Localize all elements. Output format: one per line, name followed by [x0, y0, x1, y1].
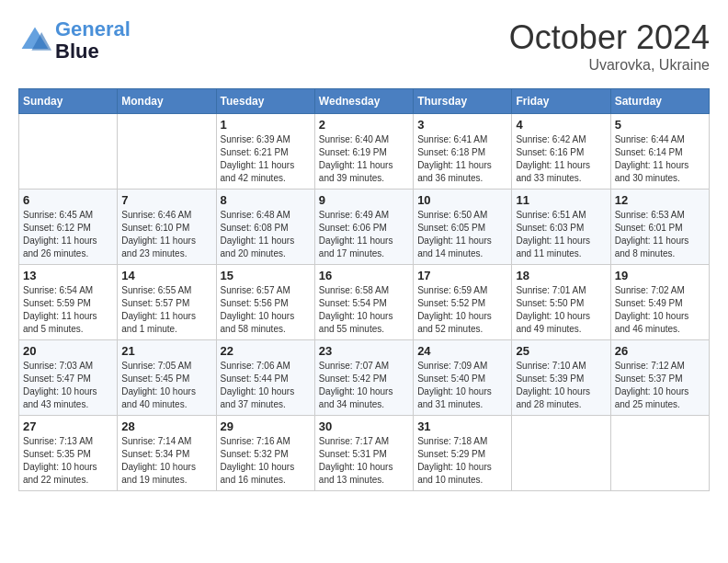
calendar-cell: 1Sunrise: 6:39 AMSunset: 6:21 PMDaylight…	[216, 114, 314, 190]
day-info: Sunrise: 6:41 AMSunset: 6:18 PMDaylight:…	[417, 133, 507, 185]
calendar-week-row: 6Sunrise: 6:45 AMSunset: 6:12 PMDaylight…	[19, 190, 710, 265]
day-info: Sunrise: 7:03 AMSunset: 5:47 PMDaylight:…	[23, 360, 113, 411]
calendar-cell: 15Sunrise: 6:57 AMSunset: 5:56 PMDayligh…	[216, 265, 314, 340]
day-number: 13	[23, 269, 113, 282]
day-number: 10	[417, 193, 507, 207]
day-info: Sunrise: 6:40 AMSunset: 6:19 PMDaylight:…	[319, 133, 409, 185]
calendar-cell: 17Sunrise: 6:59 AMSunset: 5:52 PMDayligh…	[414, 265, 512, 340]
day-info: Sunrise: 6:49 AMSunset: 6:06 PMDaylight:…	[319, 209, 409, 260]
day-number: 28	[121, 419, 211, 433]
weekday-header: Sunday	[19, 89, 118, 114]
calendar-cell: 13Sunrise: 6:54 AMSunset: 5:59 PMDayligh…	[19, 265, 118, 340]
day-number: 20	[23, 344, 113, 358]
weekday-header: Monday	[118, 89, 216, 114]
day-number: 9	[319, 193, 409, 207]
logo: General Blue	[18, 18, 131, 63]
calendar-cell: 20Sunrise: 7:03 AMSunset: 5:47 PMDayligh…	[19, 340, 118, 416]
calendar-week-row: 13Sunrise: 6:54 AMSunset: 5:59 PMDayligh…	[19, 265, 710, 340]
calendar-cell: 9Sunrise: 6:49 AMSunset: 6:06 PMDaylight…	[314, 190, 413, 265]
calendar-cell: 27Sunrise: 7:13 AMSunset: 5:35 PMDayligh…	[19, 416, 118, 491]
day-number: 29	[221, 419, 311, 433]
calendar-cell: 5Sunrise: 6:44 AMSunset: 6:14 PMDaylight…	[610, 114, 709, 190]
calendar-cell: 11Sunrise: 6:51 AMSunset: 6:03 PMDayligh…	[512, 190, 610, 265]
calendar-cell: 26Sunrise: 7:12 AMSunset: 5:37 PMDayligh…	[610, 340, 709, 416]
calendar-cell: 3Sunrise: 6:41 AMSunset: 6:18 PMDaylight…	[414, 114, 512, 190]
day-info: Sunrise: 7:07 AMSunset: 5:42 PMDaylight:…	[319, 360, 409, 411]
weekday-header: Wednesday	[314, 89, 413, 114]
day-number: 21	[121, 344, 211, 358]
day-info: Sunrise: 6:54 AMSunset: 5:59 PMDaylight:…	[23, 284, 113, 336]
logo-icon	[18, 24, 51, 57]
day-number: 8	[221, 193, 311, 207]
logo-text: General Blue	[55, 18, 131, 63]
calendar-cell: 31Sunrise: 7:18 AMSunset: 5:29 PMDayligh…	[414, 416, 512, 491]
calendar-table: SundayMondayTuesdayWednesdayThursdayFrid…	[18, 88, 710, 491]
day-number: 26	[615, 344, 705, 358]
day-number: 2	[319, 118, 409, 132]
calendar-cell: 14Sunrise: 6:55 AMSunset: 5:57 PMDayligh…	[118, 265, 216, 340]
month-title: October 2024	[509, 18, 710, 57]
calendar-cell	[512, 416, 610, 491]
day-info: Sunrise: 7:13 AMSunset: 5:35 PMDaylight:…	[23, 435, 113, 487]
day-number: 16	[319, 269, 409, 282]
day-info: Sunrise: 6:46 AMSunset: 6:10 PMDaylight:…	[121, 209, 211, 260]
day-info: Sunrise: 7:05 AMSunset: 5:45 PMDaylight:…	[121, 360, 211, 411]
calendar-cell: 10Sunrise: 6:50 AMSunset: 6:05 PMDayligh…	[414, 190, 512, 265]
calendar-cell: 19Sunrise: 7:02 AMSunset: 5:49 PMDayligh…	[610, 265, 709, 340]
day-number: 1	[221, 118, 311, 132]
day-info: Sunrise: 7:02 AMSunset: 5:49 PMDaylight:…	[615, 284, 705, 336]
title-area: October 2024 Uvarovka, Ukraine	[509, 18, 710, 74]
day-info: Sunrise: 6:45 AMSunset: 6:12 PMDaylight:…	[23, 209, 113, 260]
calendar-cell: 29Sunrise: 7:16 AMSunset: 5:32 PMDayligh…	[216, 416, 314, 491]
day-number: 17	[417, 269, 507, 282]
day-number: 6	[23, 193, 113, 207]
day-info: Sunrise: 6:44 AMSunset: 6:14 PMDaylight:…	[615, 133, 705, 185]
day-info: Sunrise: 6:58 AMSunset: 5:54 PMDaylight:…	[319, 284, 409, 336]
calendar-header-row: SundayMondayTuesdayWednesdayThursdayFrid…	[19, 89, 710, 114]
day-number: 22	[221, 344, 311, 358]
calendar-week-row: 1Sunrise: 6:39 AMSunset: 6:21 PMDaylight…	[19, 114, 710, 190]
day-number: 7	[121, 193, 211, 207]
day-info: Sunrise: 7:17 AMSunset: 5:31 PMDaylight:…	[319, 435, 409, 487]
calendar-cell: 28Sunrise: 7:14 AMSunset: 5:34 PMDayligh…	[118, 416, 216, 491]
day-info: Sunrise: 6:48 AMSunset: 6:08 PMDaylight:…	[221, 209, 311, 260]
day-info: Sunrise: 7:14 AMSunset: 5:34 PMDaylight:…	[121, 435, 211, 487]
day-number: 12	[615, 193, 705, 207]
day-number: 25	[516, 344, 606, 358]
calendar-cell: 12Sunrise: 6:53 AMSunset: 6:01 PMDayligh…	[610, 190, 709, 265]
weekday-header: Tuesday	[216, 89, 314, 114]
calendar-cell: 7Sunrise: 6:46 AMSunset: 6:10 PMDaylight…	[118, 190, 216, 265]
calendar-week-row: 27Sunrise: 7:13 AMSunset: 5:35 PMDayligh…	[19, 416, 710, 491]
day-number: 30	[319, 419, 409, 433]
day-info: Sunrise: 7:09 AMSunset: 5:40 PMDaylight:…	[417, 360, 507, 411]
location: Uvarovka, Ukraine	[509, 57, 710, 74]
calendar-cell	[118, 114, 216, 190]
day-number: 31	[417, 419, 507, 433]
day-number: 5	[615, 118, 705, 132]
calendar-cell: 22Sunrise: 7:06 AMSunset: 5:44 PMDayligh…	[216, 340, 314, 416]
calendar-cell	[610, 416, 709, 491]
calendar-cell: 30Sunrise: 7:17 AMSunset: 5:31 PMDayligh…	[314, 416, 413, 491]
day-number: 24	[417, 344, 507, 358]
day-info: Sunrise: 6:50 AMSunset: 6:05 PMDaylight:…	[417, 209, 507, 260]
calendar-cell	[19, 114, 118, 190]
day-info: Sunrise: 7:01 AMSunset: 5:50 PMDaylight:…	[516, 284, 606, 336]
day-info: Sunrise: 7:12 AMSunset: 5:37 PMDaylight:…	[615, 360, 705, 411]
day-info: Sunrise: 7:18 AMSunset: 5:29 PMDaylight:…	[417, 435, 507, 487]
day-info: Sunrise: 6:59 AMSunset: 5:52 PMDaylight:…	[417, 284, 507, 336]
day-info: Sunrise: 7:16 AMSunset: 5:32 PMDaylight:…	[221, 435, 311, 487]
day-info: Sunrise: 6:57 AMSunset: 5:56 PMDaylight:…	[221, 284, 311, 336]
day-info: Sunrise: 6:42 AMSunset: 6:16 PMDaylight:…	[516, 133, 606, 185]
calendar-cell: 21Sunrise: 7:05 AMSunset: 5:45 PMDayligh…	[118, 340, 216, 416]
page-header: General Blue October 2024 Uvarovka, Ukra…	[18, 18, 710, 74]
day-info: Sunrise: 7:06 AMSunset: 5:44 PMDaylight:…	[221, 360, 311, 411]
day-number: 15	[221, 269, 311, 282]
weekday-header: Thursday	[414, 89, 512, 114]
calendar-cell: 24Sunrise: 7:09 AMSunset: 5:40 PMDayligh…	[414, 340, 512, 416]
day-number: 23	[319, 344, 409, 358]
calendar-week-row: 20Sunrise: 7:03 AMSunset: 5:47 PMDayligh…	[19, 340, 710, 416]
calendar-cell: 4Sunrise: 6:42 AMSunset: 6:16 PMDaylight…	[512, 114, 610, 190]
day-info: Sunrise: 6:51 AMSunset: 6:03 PMDaylight:…	[516, 209, 606, 260]
day-number: 11	[516, 193, 606, 207]
weekday-header: Friday	[512, 89, 610, 114]
